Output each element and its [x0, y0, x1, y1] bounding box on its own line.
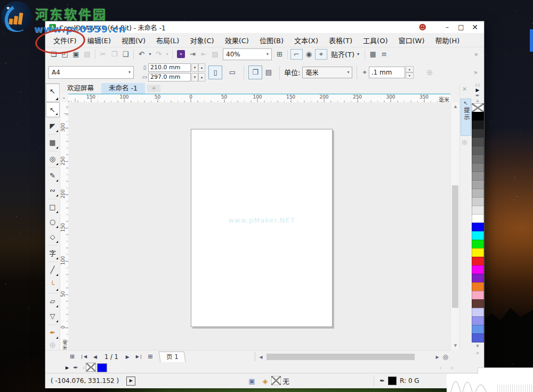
page-height-input[interactable]: 297.0 mm [148, 73, 191, 81]
scroll-up-icon[interactable]: ▲ [451, 104, 460, 109]
color-swatch[interactable] [472, 333, 484, 342]
tool-pick[interactable]: ↖ [46, 102, 60, 117]
all-pages-button[interactable]: ❐ [248, 66, 262, 79]
color-swatch[interactable] [472, 189, 484, 198]
color-swatch[interactable] [472, 308, 484, 317]
redo-list-icon[interactable]: ▾ [164, 52, 170, 56]
units-combo[interactable]: 毫米 ▾ [302, 67, 352, 78]
scroll-right-icon[interactable]: ▸ [435, 353, 439, 361]
color-swatch[interactable] [472, 206, 484, 215]
height-down-button[interactable]: ▾ [191, 73, 198, 81]
color-swatch[interactable] [472, 240, 484, 249]
color-swatch[interactable] [472, 112, 484, 121]
copy-icon[interactable]: ❐ [109, 50, 120, 58]
color-swatch[interactable] [472, 257, 484, 266]
docpal-scroll-left-icon[interactable]: ‹ [82, 364, 84, 371]
vertical-scroll-thumb[interactable] [452, 185, 458, 308]
paste-icon[interactable]: ❑ [120, 50, 131, 58]
tool-text[interactable]: 字 [46, 246, 60, 261]
toolbar-overflow[interactable]: » [474, 51, 481, 58]
menu-effects[interactable]: 效果(C) [220, 33, 254, 47]
color-swatch[interactable] [472, 265, 484, 274]
menu-view[interactable]: 视图(V) [116, 33, 151, 47]
document-tab-2[interactable]: 未命名 -1 [101, 83, 145, 94]
color-swatch[interactable] [472, 223, 484, 232]
menu-bitmaps[interactable]: 位图(B) [254, 33, 289, 47]
menu-table[interactable]: 表格(T) [324, 33, 358, 47]
menu-help[interactable]: 帮助(H) [430, 33, 465, 47]
tool-rectangle[interactable]: □ [46, 200, 60, 215]
import-icon[interactable]: ⇥ [187, 50, 198, 58]
undo-list-icon[interactable]: ▾ [147, 52, 153, 56]
menu-object[interactable]: 对象(C) [184, 33, 219, 47]
show-guidelines-icon[interactable]: ⌖ [315, 49, 327, 60]
workspace-icon[interactable]: ≡ [378, 50, 390, 58]
app-launcher-icon[interactable]: » [177, 50, 185, 58]
menu-window[interactable]: 窗口(W) [393, 33, 430, 47]
last-page-button[interactable]: ▶❘ [136, 354, 143, 359]
tool-shape[interactable]: ◤ [46, 119, 60, 134]
color-swatch[interactable] [472, 137, 484, 146]
tool-connector[interactable]: ╰ [46, 277, 60, 292]
tool-transparency[interactable]: ▽ [46, 309, 60, 324]
previous-page-button[interactable]: ◀ [93, 354, 97, 360]
docpal-swatch-blue[interactable] [97, 363, 107, 372]
horizontal-ruler[interactable]: 毫米 15010050050100150200250300350 [68, 94, 450, 103]
color-swatch-none[interactable] [472, 103, 484, 112]
tool-dimension[interactable]: ╱ [46, 263, 60, 277]
document-tab-1[interactable]: 欢迎屏幕 [60, 83, 101, 94]
first-page-button[interactable]: ❘◀ [80, 354, 87, 359]
minimize-button[interactable]: – [440, 23, 454, 31]
color-swatch[interactable] [472, 154, 484, 164]
drawing-page[interactable]: www.pMaker.NET [191, 129, 333, 327]
maximize-button[interactable]: □ [454, 23, 468, 31]
drawing-canvas[interactable]: www.pMaker.NET [68, 102, 450, 350]
palette-eyedropper-icon[interactable]: ✒ [475, 93, 480, 99]
color-swatch[interactable] [472, 180, 484, 189]
color-swatch[interactable] [472, 231, 484, 240]
nudge-up-button[interactable]: ▴ [406, 66, 414, 72]
export-icon[interactable]: ⇤ [198, 50, 209, 58]
portrait-button[interactable]: ▯ [208, 66, 222, 79]
color-swatch[interactable] [472, 282, 484, 291]
add-control-button[interactable]: ⊕ [426, 68, 433, 77]
add-page-end-button[interactable]: ⊞ [148, 353, 153, 360]
palette-expand-icon[interactable]: » [476, 350, 479, 356]
color-swatch[interactable] [472, 299, 484, 308]
publish-pdf-icon[interactable]: ▨ [209, 50, 221, 58]
nudge-distance-input[interactable]: .1 mm [369, 67, 405, 78]
tool-zoom[interactable]: ◎ [46, 152, 60, 167]
tool-ellipse[interactable]: ○ [46, 215, 60, 230]
color-swatch[interactable] [472, 146, 484, 155]
vertical-scrollbar[interactable]: ▲ ▼ [450, 102, 460, 350]
tool-polygon[interactable]: ◇ [46, 230, 60, 244]
palette-scroll-up-icon[interactable]: ▲ [476, 99, 479, 103]
vertical-ruler[interactable]: 300250200150100500 [60, 102, 68, 350]
full-screen-preview-icon[interactable]: ⊞ [274, 50, 285, 58]
color-swatch[interactable] [472, 274, 484, 283]
color-swatch[interactable] [472, 197, 484, 206]
color-swatch[interactable] [472, 172, 484, 181]
show-rulers-icon[interactable]: ⌐ [290, 49, 303, 60]
color-swatch[interactable] [472, 291, 484, 300]
menu-edit[interactable]: 编辑(E) [82, 33, 116, 47]
snap-to-dropdown[interactable]: 贴齐(T)▾ [328, 49, 362, 59]
nudge-down-button[interactable]: ▾ [406, 72, 414, 79]
color-swatch[interactable] [472, 120, 484, 129]
tool-interactive-fill[interactable]: ▱ [46, 294, 60, 309]
docpal-expand-icon[interactable]: » [450, 364, 454, 371]
view-mode-icon[interactable]: ◉ [303, 50, 314, 58]
color-swatch[interactable] [472, 248, 484, 257]
docpal-swatch-none[interactable] [86, 363, 96, 372]
print-icon[interactable]: ▤ [82, 50, 93, 58]
undo-icon[interactable]: ↶ [136, 50, 147, 58]
menu-text[interactable]: 文本(X) [289, 33, 324, 47]
current-page-button[interactable]: ▤ [262, 66, 275, 79]
color-swatch[interactable] [472, 316, 484, 325]
page-size-combo[interactable]: A4 ▾ [49, 66, 134, 79]
height-up-button[interactable]: ▴ [198, 73, 205, 81]
tool-crop[interactable]: ▦ [46, 135, 60, 150]
width-down-button[interactable]: ▾ [191, 63, 198, 72]
color-swatch[interactable] [472, 163, 484, 172]
color-swatch[interactable] [472, 129, 484, 138]
